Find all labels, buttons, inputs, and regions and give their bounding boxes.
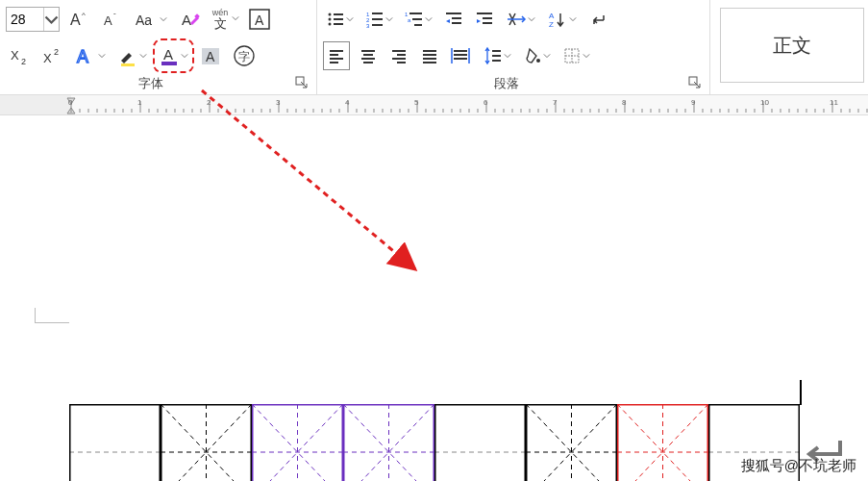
svg-rect-56 <box>397 54 406 56</box>
svg-text:Aa: Aa <box>136 13 152 28</box>
text-effects-button[interactable]: A <box>71 41 109 70</box>
change-case-button[interactable]: Aa <box>131 5 170 34</box>
chevron-down-icon <box>583 52 590 60</box>
svg-text:A: A <box>206 49 215 64</box>
svg-rect-55 <box>392 50 406 52</box>
chevron-down-icon <box>425 15 433 23</box>
svg-text:1: 1 <box>137 98 142 107</box>
font-group-label: 字体 <box>8 75 295 92</box>
svg-text:3: 3 <box>276 98 281 107</box>
enclose-characters-button[interactable]: 字 <box>230 41 259 70</box>
paragraph-group-label: 段落 <box>325 75 688 92</box>
svg-rect-31 <box>372 18 383 20</box>
grid-cell <box>161 404 252 481</box>
bullets-button[interactable] <box>323 5 357 34</box>
text-cursor <box>800 380 802 405</box>
asian-layout-button[interactable] <box>503 5 538 34</box>
font-size-dropdown[interactable] <box>43 8 59 31</box>
svg-rect-64 <box>454 54 467 56</box>
page-margin-corner <box>35 308 69 323</box>
svg-text:Z: Z <box>549 20 554 29</box>
svg-rect-40 <box>452 17 461 19</box>
align-distributed-button[interactable] <box>448 41 475 70</box>
character-shading-button[interactable]: A <box>197 41 224 70</box>
svg-rect-57 <box>392 58 406 60</box>
increase-indent-button[interactable] <box>472 5 497 34</box>
svg-rect-33 <box>372 24 383 26</box>
svg-rect-43 <box>483 17 492 19</box>
svg-rect-50 <box>330 62 338 63</box>
svg-rect-51 <box>361 50 375 52</box>
svg-rect-58 <box>397 62 406 63</box>
svg-text:7: 7 <box>553 98 558 107</box>
align-left-button[interactable] <box>323 41 350 70</box>
svg-text:A: A <box>104 13 112 28</box>
style-normal[interactable]: 正文 <box>720 8 864 83</box>
show-marks-button[interactable] <box>585 5 610 34</box>
svg-rect-48 <box>330 54 338 56</box>
character-border-button[interactable]: A <box>245 5 274 34</box>
subscript-button[interactable]: X2 <box>6 41 33 70</box>
svg-rect-63 <box>454 50 467 52</box>
highlight-button[interactable] <box>114 41 150 70</box>
svg-rect-41 <box>452 22 461 24</box>
character-grid <box>69 404 800 481</box>
style-normal-label: 正文 <box>773 33 811 59</box>
chevron-down-icon <box>528 15 535 23</box>
paragraph-dialog-launcher[interactable] <box>688 76 702 92</box>
svg-rect-67 <box>492 55 501 57</box>
svg-rect-68 <box>492 60 501 62</box>
svg-text:4: 4 <box>345 98 350 107</box>
chevron-down-icon <box>139 52 147 60</box>
font-color-button[interactable]: A <box>156 41 191 70</box>
align-justify-button[interactable] <box>417 41 442 70</box>
svg-rect-53 <box>361 58 375 60</box>
svg-text:3: 3 <box>366 23 370 29</box>
multilevel-list-button[interactable]: 1a <box>402 5 435 34</box>
clear-formatting-button[interactable]: A <box>176 5 203 34</box>
svg-point-24 <box>328 18 331 21</box>
grid-cell <box>69 404 161 481</box>
grow-font-button[interactable]: A^ <box>65 5 92 34</box>
svg-text:字: 字 <box>238 50 250 63</box>
svg-rect-39 <box>446 13 461 14</box>
svg-rect-60 <box>423 54 436 56</box>
shading-button[interactable] <box>520 41 554 70</box>
font-dialog-launcher[interactable] <box>295 76 309 92</box>
decrease-indent-button[interactable] <box>441 5 466 34</box>
line-spacing-button[interactable] <box>481 41 514 70</box>
svg-text:11: 11 <box>830 98 838 107</box>
ruler[interactable]: 01234567891011 <box>0 94 868 115</box>
svg-rect-182 <box>70 405 161 482</box>
chevron-down-icon <box>504 52 511 60</box>
align-center-button[interactable] <box>356 41 381 70</box>
svg-text:A: A <box>549 12 555 20</box>
font-size-combo[interactable] <box>6 7 60 32</box>
svg-text:a: a <box>408 17 411 23</box>
numbering-button[interactable]: 123 <box>362 5 396 34</box>
grid-cell <box>252 404 343 481</box>
paragraph-group: 123 1a AZ 段落 <box>317 0 710 94</box>
svg-text:A: A <box>163 46 173 63</box>
chevron-down-icon <box>346 15 354 23</box>
superscript-button[interactable]: X2 <box>38 41 65 70</box>
sort-button[interactable]: AZ <box>544 5 580 34</box>
grid-cell <box>343 404 434 481</box>
svg-rect-47 <box>330 50 343 52</box>
svg-text:10: 10 <box>760 98 769 107</box>
shrink-font-button[interactable]: Aˇ <box>98 5 125 34</box>
svg-rect-49 <box>330 58 343 60</box>
document-area[interactable] <box>0 115 868 462</box>
borders-button[interactable] <box>559 41 593 70</box>
svg-rect-54 <box>363 62 373 63</box>
svg-text:^: ^ <box>82 11 86 19</box>
align-right-button[interactable] <box>386 41 411 70</box>
svg-point-26 <box>328 23 331 26</box>
svg-rect-38 <box>414 24 422 26</box>
font-size-input[interactable] <box>7 8 43 31</box>
phonetic-guide-button[interactable]: wén 文 <box>209 5 232 34</box>
svg-rect-44 <box>483 22 492 24</box>
grid-cell <box>526 404 617 481</box>
chevron-down-icon <box>160 15 167 23</box>
svg-rect-42 <box>477 13 492 14</box>
